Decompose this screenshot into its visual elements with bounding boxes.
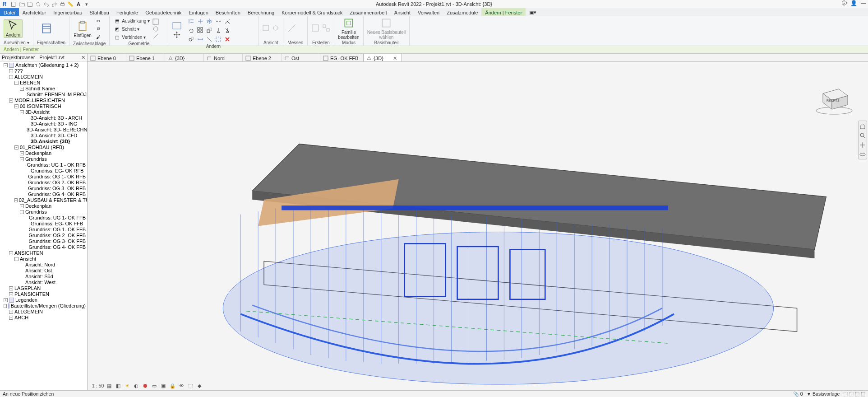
tree-ansicht-group[interactable]: Ansicht bbox=[20, 256, 36, 262]
tree-ansicht-ost[interactable]: Ansicht: Ost bbox=[25, 268, 52, 274]
detail-level-icon[interactable]: ▦ bbox=[106, 382, 113, 389]
tab-aendern-fenster[interactable]: Ändern | Fenster bbox=[481, 8, 526, 16]
view-tab-2[interactable]: {3D} bbox=[165, 54, 204, 61]
copy-button[interactable]: ⧉ bbox=[95, 25, 102, 33]
temp-hide-icon[interactable]: 👁 bbox=[178, 382, 185, 389]
edit-family-button[interactable]: Familiebearbeiten bbox=[338, 17, 359, 40]
view-tab-5[interactable]: Ost bbox=[282, 54, 320, 61]
tree-legenden[interactable]: Legenden bbox=[15, 297, 37, 303]
reveal-icon[interactable]: ⬚ bbox=[187, 382, 194, 389]
modify-button[interactable]: Ändern bbox=[4, 19, 23, 38]
tree-allgemein-2[interactable]: ALLGEMEIN bbox=[14, 309, 43, 315]
offset-button[interactable] bbox=[196, 17, 204, 25]
tree-3d-arch[interactable]: 3D-Ansicht: 3D - ARCH bbox=[31, 115, 82, 121]
tree-3d-berechnung[interactable]: 3D-Ansicht: 3D- BERECHNUNG bbox=[27, 127, 87, 133]
join-button[interactable]: ◫Verbinden ▾ bbox=[113, 33, 150, 41]
status-selection-count[interactable]: 📎 0 bbox=[793, 391, 803, 397]
move-button[interactable] bbox=[172, 31, 182, 39]
dim-button[interactable] bbox=[196, 35, 204, 43]
tree-rohbau-grundriss[interactable]: Grundriss bbox=[25, 156, 47, 162]
geom-icon-3[interactable] bbox=[152, 33, 159, 39]
tree-ansicht-west[interactable]: Ansicht: West bbox=[25, 280, 55, 285]
nav-zoom-icon[interactable] bbox=[859, 132, 866, 139]
tree-3d-cfd[interactable]: 3D-Ansicht: 3D- CFD bbox=[31, 133, 77, 139]
tab-zusammenarbeit[interactable]: Zusammenarbeit bbox=[346, 8, 391, 16]
render-icon[interactable]: ⬢ bbox=[142, 382, 149, 389]
lock-icon[interactable]: 🔒 bbox=[169, 382, 176, 389]
tree-plansichten[interactable]: PLANSICHTEN bbox=[14, 291, 49, 297]
window-min-icon[interactable]: — bbox=[861, 0, 866, 6]
tab-koerpermodell[interactable]: Körpermodell & Grundstück bbox=[278, 8, 346, 16]
view-scale[interactable]: 1 : 50 bbox=[92, 383, 104, 388]
cut-button[interactable]: ✂ bbox=[95, 17, 102, 24]
split-button[interactable] bbox=[214, 17, 222, 25]
tree-arch[interactable]: ARCH bbox=[14, 315, 28, 321]
view-tab-4[interactable]: Ebene 2 bbox=[243, 54, 282, 61]
tree-modelliersichten[interactable]: MODELLIERSICHTEN bbox=[14, 98, 65, 103]
qat-redo-icon[interactable] bbox=[51, 0, 58, 8]
qat-undo-icon[interactable] bbox=[42, 0, 50, 8]
status-icons[interactable]: ⬚ ⬚ ⬚ ⬚ bbox=[843, 391, 865, 397]
tree-unknown[interactable]: ??? bbox=[14, 68, 23, 74]
unpin-button[interactable] bbox=[223, 26, 231, 34]
3d-canvas[interactable]: RECHTS 1 : 50 ▦ ◧ ☀ ◐ ⬢ ▭ ▣ 🔒 bbox=[88, 62, 868, 390]
qat-save-icon[interactable] bbox=[26, 0, 33, 8]
window-user-icon[interactable]: 👤 bbox=[850, 0, 857, 6]
view-tab-3[interactable]: Nord bbox=[204, 54, 243, 61]
tree-ffb-eg[interactable]: Grundriss: EG- OK FFB bbox=[31, 221, 83, 227]
geom-icon-1[interactable] bbox=[152, 19, 159, 25]
shadows-icon[interactable]: ◐ bbox=[133, 382, 140, 389]
tree-rfb-og2[interactable]: Grundriss: OG 2- OK RFB bbox=[28, 180, 86, 186]
tab-stahlbau[interactable]: Stahlbau bbox=[86, 8, 113, 16]
geom-icon-2[interactable] bbox=[152, 26, 159, 32]
tree-01-rohbau[interactable]: 01_ROHBAU (RFB) bbox=[20, 145, 64, 150]
tab-beschriften[interactable]: Beschriften bbox=[212, 8, 244, 16]
tree-3d-ansicht-group[interactable]: 3D-Ansicht bbox=[25, 109, 50, 115]
array-button[interactable] bbox=[196, 26, 204, 34]
tree-schnitt-ebenen[interactable]: Schnitt: EBENEN IM PROJEKT bbox=[27, 92, 87, 98]
view-tab-1[interactable]: Ebene 1 bbox=[126, 54, 165, 61]
view-tab-7[interactable]: {3D}✕ bbox=[363, 54, 402, 61]
tree-ffb-og2[interactable]: Grundriss: OG 2- OK FFB bbox=[28, 233, 86, 238]
tree-3d-current[interactable]: 3D-Ansicht: {3D} bbox=[31, 139, 70, 145]
status-filter[interactable]: ▼ Basisvorlage bbox=[807, 391, 840, 397]
nav-orbit-icon[interactable] bbox=[859, 151, 866, 158]
tree-rfb-og4[interactable]: Grundriss: OG 4- OK RFB bbox=[28, 191, 86, 197]
qat-sync-icon[interactable] bbox=[34, 0, 42, 8]
tree-ffb-og3[interactable]: Grundriss: OG 3- OK FFB bbox=[28, 238, 86, 244]
tab-ingenieurbau[interactable]: Ingenieurbau bbox=[50, 8, 86, 16]
qat-file-icon[interactable] bbox=[10, 0, 17, 8]
tree-ansichten[interactable]: ANSICHTEN bbox=[14, 250, 43, 256]
tree-ffb-ug1[interactable]: Grundriss: UG 1- OK FFB bbox=[29, 215, 86, 221]
tab-architektur[interactable]: Architektur bbox=[19, 8, 50, 16]
activate-button[interactable] bbox=[172, 22, 182, 30]
tree-02-ausbau[interactable]: 02_AUSBAU & FENSTER & TÜREN (FFB) bbox=[19, 197, 87, 203]
rotate-button[interactable] bbox=[187, 26, 195, 34]
properties-button[interactable] bbox=[37, 23, 56, 34]
navcube[interactable]: RECHTS bbox=[814, 80, 854, 116]
qat-more-icon[interactable]: ▾ bbox=[83, 0, 90, 8]
view-tab-close-icon[interactable]: ✕ bbox=[393, 56, 397, 61]
qat-print-icon[interactable] bbox=[59, 0, 66, 8]
align-button[interactable] bbox=[187, 17, 195, 25]
cut-geom-button[interactable]: ◩Schnitt ▾ bbox=[113, 25, 150, 33]
tree-ansicht-sued[interactable]: Ansicht: Süd bbox=[25, 274, 53, 280]
tree-schnitt-name[interactable]: Schnitt Name bbox=[25, 86, 55, 92]
tab-ansicht[interactable]: Ansicht bbox=[391, 8, 414, 16]
paste-button[interactable]: Einfügen bbox=[73, 20, 92, 38]
tab-verwalten[interactable]: Verwalten bbox=[414, 8, 443, 16]
scale-button[interactable] bbox=[205, 26, 213, 34]
tree-lageplan[interactable]: LAGEPLAN bbox=[14, 285, 41, 291]
project-tree[interactable]: −Ansichten (Gliederung 1 + 2) +??? −ALLG… bbox=[0, 61, 87, 390]
nav-home-icon[interactable] bbox=[859, 123, 866, 129]
panel-auswaehlen-dd[interactable]: ▾ bbox=[27, 40, 29, 45]
visual-style-icon[interactable]: ◧ bbox=[115, 382, 122, 389]
tree-rohbau-deckenplan[interactable]: Deckenplan bbox=[25, 150, 51, 156]
tree-root[interactable]: Ansichten (Gliederung 1 + 2) bbox=[15, 62, 78, 68]
mirror2-button[interactable] bbox=[205, 35, 213, 43]
tree-3d-ing[interactable]: 3D-Ansicht: 3D - ING bbox=[31, 121, 77, 127]
tree-ansicht-nord[interactable]: Ansicht: Nord bbox=[25, 262, 55, 268]
sun-icon[interactable]: ☀ bbox=[124, 382, 131, 389]
mirror-button[interactable] bbox=[205, 17, 213, 25]
tab-zusatzmodule[interactable]: Zusatzmodule bbox=[443, 8, 481, 16]
